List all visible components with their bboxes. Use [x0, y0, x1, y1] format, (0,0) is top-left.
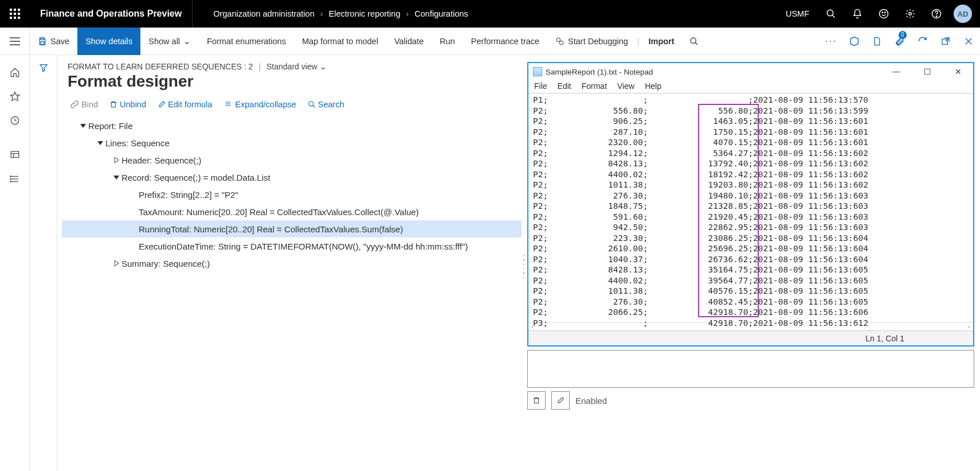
svg-marker-50 [80, 124, 86, 128]
company-code[interactable]: USMF [778, 9, 817, 18]
svg-marker-43 [40, 65, 47, 72]
tree-node[interactable]: Summary: Sequence(;) [62, 255, 522, 272]
tree-node-label: RunningTotal: Numeric[20..20] Real = Col… [139, 224, 410, 234]
tree-node[interactable]: ExecutionDateTime: String = DATETIMEFORM… [62, 238, 522, 255]
minimize-icon[interactable]: — [886, 67, 907, 76]
svg-point-41 [10, 178, 11, 180]
favorite-icon[interactable] [0, 85, 30, 108]
notepad-line: P3; ; 42918.70;2021-08-09 11:56:13:612 [533, 318, 969, 329]
chevron-right-icon: › [320, 9, 323, 18]
collapse-icon[interactable] [95, 140, 105, 146]
expand-icon[interactable] [111, 260, 121, 266]
svg-point-16 [936, 16, 937, 17]
tree-node[interactable]: Report: File [62, 117, 522, 134]
document-icon[interactable] [865, 28, 888, 55]
breadcrumb-item[interactable]: Organization administration [213, 9, 315, 18]
app-launcher-icon[interactable] [0, 0, 30, 28]
home-icon[interactable] [0, 61, 30, 84]
refresh-icon[interactable] [911, 28, 934, 55]
tree-node[interactable]: TaxAmount: Numeric[20..20] Real = Collec… [62, 203, 522, 220]
validate-button[interactable]: Validate [386, 28, 432, 55]
svg-line-10 [832, 15, 835, 18]
left-rail [0, 55, 30, 471]
unbind-action[interactable]: Unbind [109, 100, 146, 109]
svg-point-12 [882, 12, 883, 13]
avatar[interactable]: AD [954, 5, 972, 23]
search-action[interactable]: Search [308, 100, 344, 109]
svg-rect-44 [112, 103, 116, 107]
save-label: Save [50, 37, 69, 46]
svg-point-9 [827, 10, 833, 16]
breadcrumb-item[interactable]: Electronic reporting [329, 9, 401, 18]
office-icon[interactable] [842, 28, 865, 55]
start-debugging-button[interactable]: Start Debugging [547, 28, 636, 55]
svg-marker-52 [115, 157, 119, 163]
format-enumerations-button[interactable]: Format enumerations [199, 28, 294, 55]
help-icon[interactable] [924, 0, 949, 28]
tree-node[interactable]: Lines: Sequence [62, 134, 522, 151]
expand-icon[interactable] [111, 157, 121, 163]
more-icon[interactable]: ··· [820, 28, 842, 55]
filter-icon[interactable] [39, 63, 48, 471]
tree-node[interactable]: Record: Sequence(;) = model.Data.List [62, 169, 522, 186]
attachments-icon[interactable]: 0 [888, 28, 911, 55]
notepad-menu-item[interactable]: File [534, 81, 547, 91]
svg-rect-7 [14, 17, 16, 19]
details-textarea[interactable] [527, 350, 974, 388]
search-commands-icon[interactable] [683, 28, 705, 55]
svg-point-11 [880, 10, 888, 18]
workspace-icon[interactable] [0, 143, 30, 166]
modules-icon[interactable] [0, 168, 30, 190]
import-button[interactable]: Import [641, 28, 683, 55]
collapse-icon[interactable] [111, 174, 121, 180]
save-button[interactable]: Save [30, 28, 77, 55]
svg-marker-32 [10, 92, 19, 101]
notepad-menu-item[interactable]: Help [645, 81, 661, 91]
edit-button[interactable] [551, 391, 570, 410]
tree-node[interactable]: Prefix2: String[2..2] = "P2" [62, 186, 522, 203]
notepad-title: SampleReport (1).txt - Notepad [546, 68, 653, 76]
tree-node[interactable]: Header: Sequence(;) [62, 151, 522, 169]
tree-node-label: Lines: Sequence [105, 138, 177, 148]
app-title: Finance and Operations Preview [30, 0, 193, 28]
notepad-menu: File Edit Format View Help [528, 80, 973, 93]
tree-node[interactable]: RunningTotal: Numeric[20..20] Real = Col… [62, 220, 522, 238]
close-icon[interactable]: ✕ [948, 67, 969, 76]
popout-icon[interactable] [934, 28, 957, 55]
show-all-button[interactable]: Show all⌄ [140, 28, 199, 55]
tree-node-label: Record: Sequence(;) = model.Data.List [121, 173, 277, 182]
collapse-icon[interactable] [78, 123, 88, 129]
expand-collapse-action[interactable]: Expand/collapse [224, 100, 296, 109]
top-bar: Finance and Operations Preview Organizat… [0, 0, 980, 28]
run-button[interactable]: Run [432, 28, 463, 55]
svg-rect-6 [10, 17, 12, 19]
breadcrumb-item[interactable]: Configurations [414, 9, 468, 18]
performance-trace-button[interactable]: Performance trace [463, 28, 547, 55]
svg-line-49 [313, 106, 315, 108]
map-format-button[interactable]: Map format to model [294, 28, 386, 55]
notepad-menu-item[interactable]: View [617, 81, 634, 91]
chevron-down-icon: ⌄ [183, 37, 191, 46]
recent-icon[interactable] [0, 109, 30, 132]
edit-formula-action[interactable]: Edit formula [158, 100, 212, 109]
smiley-icon[interactable] [871, 0, 896, 28]
splitter[interactable] [522, 62, 527, 471]
gear-icon[interactable] [897, 0, 923, 28]
notepad-content[interactable]: P1; ; ;2021-08-09 11:56:13:570P2; 556.80… [528, 93, 973, 322]
search-icon[interactable] [818, 0, 844, 28]
show-details-button[interactable]: Show details [77, 28, 140, 55]
svg-marker-54 [115, 260, 119, 266]
view-selector[interactable]: Standard view⌄ [266, 62, 327, 71]
close-icon[interactable] [957, 28, 980, 55]
delete-button[interactable] [527, 391, 546, 410]
notepad-menu-item[interactable]: Edit [558, 81, 571, 91]
bell-icon[interactable] [845, 0, 870, 28]
svg-point-23 [559, 41, 563, 45]
maximize-icon[interactable]: ☐ [917, 67, 938, 76]
right-pane: SampleReport (1).txt - Notepad — ☐ ✕ Fil… [527, 62, 980, 471]
menu-toggle-icon[interactable] [0, 28, 30, 55]
notepad-preview: SampleReport (1).txt - Notepad — ☐ ✕ Fil… [527, 62, 974, 347]
svg-rect-5 [18, 13, 20, 15]
bind-action[interactable]: Bind [70, 100, 98, 109]
notepad-menu-item[interactable]: Format [582, 81, 607, 91]
